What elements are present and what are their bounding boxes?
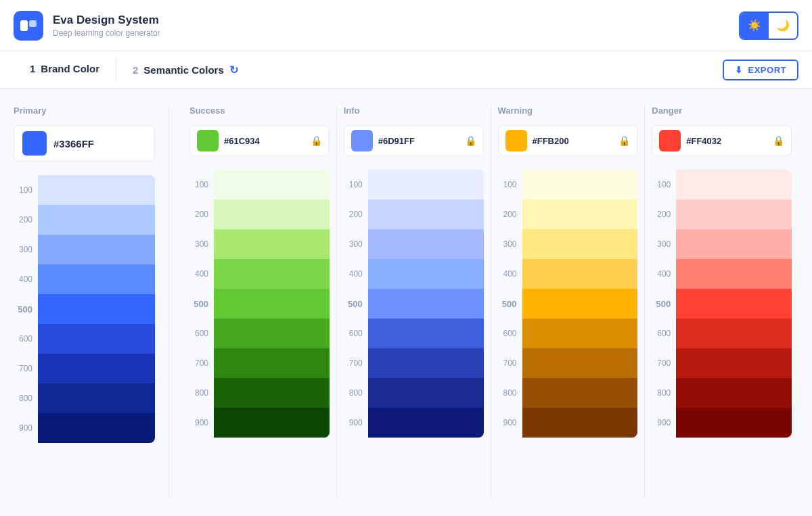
scale-swatch[interactable] [368,170,484,200]
scale-swatch[interactable] [38,175,155,205]
semantic-col-warning: Warning #FFB200 🔒 100 200 300 [491,105,646,499]
scale-swatch[interactable] [676,289,792,319]
scale-swatch[interactable] [38,383,155,413]
scale-label: 100 [498,180,522,189]
color-row: 800 [344,378,484,408]
scale-swatch[interactable] [676,319,792,348]
semantic-color-input[interactable]: #6D91FF 🔒 [344,125,484,156]
export-button[interactable]: ⬇ EXPORT [723,60,798,80]
scale-swatch[interactable] [676,408,792,438]
scale-swatch[interactable] [214,170,330,200]
scale-swatch[interactable] [368,289,484,319]
svg-rect-0 [20,20,28,31]
color-row: 800 [14,383,155,413]
scale-swatch[interactable] [522,229,638,259]
color-row: 600 [652,319,792,348]
color-row: 200 [498,200,638,229]
scale-swatch[interactable] [522,259,638,289]
scale-swatch[interactable] [214,319,330,348]
scale-label: 200 [14,215,38,225]
color-row: 900 [498,408,638,438]
primary-color-input[interactable]: #3366FF [14,125,155,162]
scale-swatch[interactable] [214,200,330,229]
lock-icon[interactable]: 🔒 [311,135,322,146]
color-row: 300 [652,229,792,259]
lock-icon[interactable]: 🔒 [618,135,630,146]
scale-label: 800 [189,388,214,398]
scale-swatch[interactable] [522,170,638,200]
semantic-swatch [351,130,373,151]
scale-swatch[interactable] [38,235,155,264]
scale-label: 800 [498,388,522,398]
color-row: 700 [344,348,484,378]
scale-swatch[interactable] [368,378,484,408]
semantic-swatch [505,130,527,151]
scale-swatch[interactable] [214,229,330,259]
tab-semantic-colors[interactable]: 2 Semantic Colors ↻ [116,51,254,88]
scale-swatch[interactable] [38,354,155,383]
tab-brand-color[interactable]: 1 Brand Color [14,51,116,88]
semantic-label: Warning [498,105,638,116]
scale-swatch[interactable] [368,229,484,259]
scale-swatch[interactable] [368,319,484,348]
scale-swatch[interactable] [38,413,155,443]
scale-swatch[interactable] [522,289,638,319]
scale-swatch[interactable] [522,378,638,408]
app-subtitle: Deep learning color generator [53,28,160,38]
scale-swatch[interactable] [38,205,155,235]
color-row: 300 [189,229,330,259]
scale-label: 800 [14,394,38,403]
color-row: 700 [498,348,638,378]
semantic-color-input[interactable]: #FFB200 🔒 [498,125,638,156]
scale-swatch[interactable] [522,319,638,348]
tab-bar-left: 1 Brand Color 2 Semantic Colors ↻ [14,51,254,88]
color-row: 500 [14,294,155,324]
semantic-scale: 100 200 300 400 [498,170,638,438]
scale-swatch[interactable] [214,289,330,319]
semantic-color-input[interactable]: #61C934 🔒 [189,125,330,156]
semantic-color-input[interactable]: #FF4032 🔒 [652,125,792,156]
scale-swatch[interactable] [522,200,638,229]
scale-swatch[interactable] [214,348,330,378]
color-row: 200 [14,205,155,235]
scale-label: 500 [344,299,368,309]
scale-swatch[interactable] [214,259,330,289]
refresh-icon[interactable]: ↻ [229,64,238,76]
scale-label: 900 [14,423,38,433]
scale-swatch[interactable] [368,408,484,438]
scale-swatch[interactable] [214,378,330,408]
scale-label: 100 [652,180,676,189]
color-row: 100 [652,170,792,200]
scale-swatch[interactable] [38,264,155,294]
scale-swatch[interactable] [522,408,638,438]
semantic-label: Success [189,105,330,116]
scale-label: 300 [652,239,676,249]
scale-swatch[interactable] [214,408,330,438]
tab2-number: 2 [133,64,138,76]
scale-swatch[interactable] [676,170,792,200]
semantic-scale: 100 200 300 400 [652,170,792,438]
logo [14,11,43,41]
semantic-col-success: Success #61C934 🔒 100 200 300 [183,105,337,499]
scale-swatch[interactable] [676,200,792,229]
scale-swatch[interactable] [368,348,484,378]
scale-swatch[interactable] [676,259,792,289]
lock-icon[interactable]: 🔒 [773,135,784,146]
lock-icon[interactable]: 🔒 [465,135,476,146]
scale-swatch[interactable] [38,324,155,354]
color-row: 100 [498,170,638,200]
color-row: 400 [652,259,792,289]
scale-swatch[interactable] [522,348,638,378]
scale-label: 400 [14,275,38,284]
scale-swatch[interactable] [676,378,792,408]
light-mode-button[interactable]: ☀️ [740,13,769,39]
scale-label: 200 [652,210,676,219]
scale-swatch[interactable] [676,229,792,259]
color-row: 400 [14,264,155,294]
color-row: 200 [189,200,330,229]
scale-swatch[interactable] [368,200,484,229]
scale-swatch[interactable] [676,348,792,378]
dark-mode-button[interactable]: 🌙 [769,13,797,39]
scale-swatch[interactable] [38,294,155,324]
scale-swatch[interactable] [368,259,484,289]
